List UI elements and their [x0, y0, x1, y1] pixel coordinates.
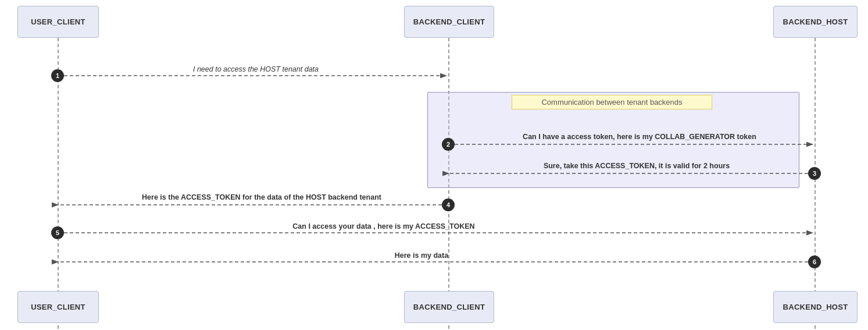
step-circle-5: 5 [51, 226, 64, 239]
message-1-label: I need to access the HOST tenant data [116, 65, 395, 73]
step-circle-1: 1 [51, 69, 64, 82]
participant-backend-host-bottom: BACKEND_HOST [773, 291, 858, 323]
lifeline-backend-host [815, 38, 816, 329]
participant-backend-host-top: BACKEND_HOST [773, 6, 858, 38]
participant-user-client-top: USER_CLIENT [17, 6, 99, 38]
step-circle-6: 6 [808, 256, 821, 268]
message-6-label: Here is my data [320, 251, 523, 260]
sequence-diagram: Communication between tenant backends US… [0, 0, 868, 330]
step-circle-2: 2 [442, 138, 455, 151]
group-label-communication: Communication between tenant backends [512, 95, 712, 109]
message-5-label: Can I access your data , here is my ACCE… [203, 222, 564, 230]
message-2-label: Can I have a access token, here is my CO… [488, 133, 791, 141]
message-4-label: Here is the ACCESS_TOKEN for the data of… [93, 193, 430, 201]
participant-backend-client-top: BACKEND_CLIENT [404, 6, 494, 38]
message-3-label: Sure, take this ACCESS_TOKEN, it is vali… [488, 162, 785, 170]
participant-backend-client-bottom: BACKEND_CLIENT [404, 291, 494, 323]
participant-user-client-bottom: USER_CLIENT [17, 291, 99, 323]
step-circle-4: 4 [442, 198, 455, 211]
step-circle-3: 3 [808, 167, 821, 180]
